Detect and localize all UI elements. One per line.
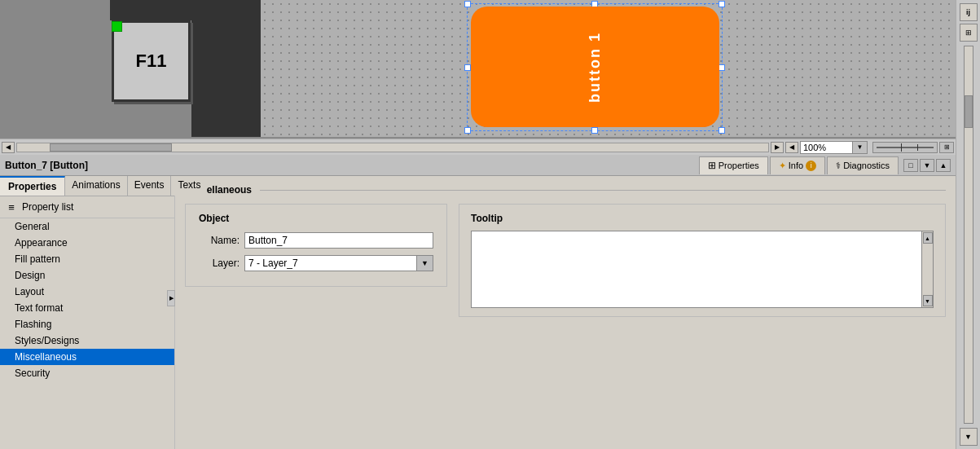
scroll-left-btn[interactable]: ◀ <box>2 142 15 153</box>
name-input[interactable] <box>244 232 433 249</box>
canvas-scrollbar[interactable]: ◀ ▶ ◀ ▼ ⊞ <box>0 139 956 155</box>
layer-label: Layer: <box>199 258 240 269</box>
zoom-input[interactable] <box>800 141 853 154</box>
sidebar-collapse-arrow[interactable]: ▶ <box>167 290 175 306</box>
grid-toggle-btn[interactable]: ⊞ <box>939 142 954 153</box>
titlebar: Button_7 [Button] ⊞ Properties ✦ Info i … <box>0 155 956 176</box>
info-star-icon: ✦ <box>779 161 786 171</box>
title-tabs: ⊞ Properties ✦ Info i ⚕ Diagnostics <box>699 156 899 174</box>
tab-properties[interactable]: ⊞ Properties <box>699 156 768 174</box>
scroll-down-btn[interactable]: ▼ <box>923 295 933 306</box>
content-row: Object Name: Layer: 7 - Layer_7 1 - Laye… <box>185 204 946 317</box>
tooltip-textarea[interactable] <box>471 231 922 308</box>
properties-icon: ⊞ <box>708 160 716 171</box>
sidebar-item-security[interactable]: Security <box>0 365 174 381</box>
maximize-btn[interactable]: ▲ <box>936 159 951 172</box>
properties-panel: Properties Animations Events Texts ≡ Pro… <box>0 176 956 449</box>
section-header: Miscellaneous <box>185 184 946 196</box>
minimize-btn[interactable]: ▼ <box>920 159 934 172</box>
form-row-layer: Layer: 7 - Layer_7 1 - Layer_1 2 - Layer… <box>199 255 433 271</box>
toolbar-btn-bottom[interactable]: ▼ <box>960 428 978 446</box>
tab-prop-events[interactable]: Events <box>128 176 172 196</box>
tab-prop-animations[interactable]: Animations <box>65 176 127 196</box>
tab-info-label: Info <box>789 161 803 170</box>
textarea-scrollbar[interactable]: ▲ ▼ <box>922 231 934 308</box>
right-toolbar: ij ⊞ ▼ <box>956 0 980 449</box>
keyboard-key: F11 <box>112 20 191 102</box>
left-sidebar: Properties Animations Events Texts ≡ Pro… <box>0 176 175 449</box>
tab-prop-properties[interactable]: Properties <box>0 176 65 196</box>
restore-btn[interactable]: □ <box>903 159 918 172</box>
zoom-dropdown-btn[interactable]: ▼ <box>853 141 868 154</box>
info-circle-icon: i <box>806 161 816 171</box>
prop-list-header: ≡ Property list <box>0 196 174 218</box>
green-indicator <box>112 21 122 32</box>
tab-properties-label: Properties <box>719 161 759 170</box>
nav-btn[interactable]: ◀ <box>785 142 798 153</box>
sidebar-item-styles-designs[interactable]: Styles/Designs <box>0 332 174 349</box>
sidebar-item-layout[interactable]: Layout <box>0 284 174 300</box>
section-divider <box>260 190 946 191</box>
prop-tabs-row: Properties Animations Events Texts <box>0 176 174 196</box>
vertical-scrollbar[interactable] <box>964 46 973 424</box>
toolbar-btn-1[interactable]: ij <box>960 3 978 21</box>
layer-select-wrapper: 7 - Layer_7 1 - Layer_1 2 - Layer_2 3 - … <box>244 255 433 271</box>
orange-button-label: button 1 <box>587 32 604 103</box>
sidebar-items: General Appearance Fill pattern Design L… <box>0 218 174 381</box>
title-text: Button_7 [Button] <box>5 160 699 171</box>
form-row-name: Name: <box>199 232 433 249</box>
scroll-up-btn[interactable]: ▲ <box>923 232 933 244</box>
window-controls: □ ▼ ▲ <box>903 159 951 172</box>
object-box-title: Object <box>199 213 433 224</box>
sidebar-item-text-format[interactable]: Text format <box>0 300 174 316</box>
vscroll-thumb[interactable] <box>965 95 973 128</box>
tab-info[interactable]: ✦ Info i <box>770 156 825 174</box>
scrollbar-thumb[interactable] <box>50 143 172 152</box>
object-box: Object Name: Layer: 7 - Layer_7 1 - Laye… <box>185 204 447 287</box>
scrollbar-track[interactable] <box>16 143 769 152</box>
content-area: Miscellaneous Object Name: Layer: <box>175 176 956 449</box>
list-icon: ≡ <box>5 200 18 213</box>
toolbar-btn-2[interactable]: ⊞ <box>960 24 978 42</box>
tab-diagnostics[interactable]: ⚕ Diagnostics <box>827 156 899 174</box>
diagnostics-icon: ⚕ <box>836 161 841 171</box>
sidebar-item-flashing[interactable]: Flashing <box>0 316 174 332</box>
scroll-right-btn[interactable]: ▶ <box>771 142 784 153</box>
tooltip-textarea-wrapper: ▲ ▼ <box>471 231 934 308</box>
tab-diagnostics-label: Diagnostics <box>843 161 890 170</box>
zoom-input-wrapper: ▼ <box>800 141 868 154</box>
ruler-indicator <box>872 142 938 153</box>
name-label: Name: <box>199 235 240 246</box>
tooltip-box-title: Tooltip <box>471 213 934 224</box>
layer-select[interactable]: 7 - Layer_7 1 - Layer_1 2 - Layer_2 3 - … <box>244 255 417 271</box>
sidebar-item-design[interactable]: Design <box>0 267 174 284</box>
orange-button[interactable]: button 1 <box>471 7 719 127</box>
tab-prop-texts[interactable]: Texts <box>171 176 207 196</box>
sidebar-item-appearance[interactable]: Appearance <box>0 235 174 251</box>
sidebar-item-fill-pattern[interactable]: Fill pattern <box>0 251 174 267</box>
sidebar-item-general[interactable]: General <box>0 218 174 235</box>
sidebar-item-miscellaneous[interactable]: Miscellaneous <box>0 349 174 365</box>
property-list-label: Property list <box>22 201 73 213</box>
layer-dropdown-arrow[interactable]: ▼ <box>417 255 433 271</box>
canvas-inner: F11 button 1 <box>0 0 956 137</box>
tooltip-box: Tooltip ▲ ▼ <box>459 204 946 317</box>
canvas-area: F11 button 1 <box>0 0 956 139</box>
